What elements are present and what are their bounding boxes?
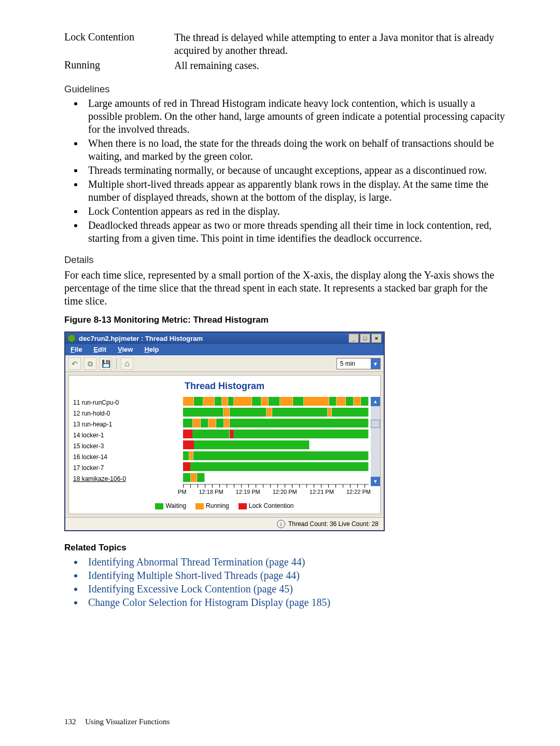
- definition-list: Lock Contention The thread is delayed wh…: [64, 31, 507, 74]
- thread-label: 12 run-hold-0: [73, 408, 183, 419]
- scroll-thumb[interactable]: [371, 420, 380, 428]
- maximize-button[interactable]: □: [360, 334, 370, 343]
- save-button[interactable]: 💾: [100, 357, 112, 370]
- info-icon: i: [277, 520, 285, 528]
- legend-label: Waiting: [165, 502, 186, 509]
- vertical-scrollbar[interactable]: ▲ ▼: [371, 397, 380, 486]
- thread-label: 17 locker-7: [73, 462, 183, 473]
- thread-row: [183, 408, 369, 417]
- thread-row: [183, 397, 369, 406]
- guidelines-list: Large amounts of red in Thread Histogram…: [64, 97, 507, 245]
- x-axis: PM 12:18 PM 12:19 PM 12:20 PM 12:21 PM 1…: [183, 484, 369, 497]
- chevron-down-icon: ▼: [371, 358, 380, 369]
- thread-row: [183, 419, 369, 427]
- figure-caption: Figure 8-13 Monitoring Metric: Thread Hi…: [64, 315, 507, 325]
- menu-help[interactable]: Help: [144, 346, 159, 353]
- related-link[interactable]: Identifying Multiple Short-lived Threads…: [88, 570, 300, 581]
- legend-swatch-lock: [239, 503, 247, 509]
- x-tick: PM: [178, 489, 187, 495]
- def-term: Lock Contention: [64, 31, 174, 59]
- thread-label[interactable]: 18 kamikaze-106-0: [73, 473, 183, 484]
- scroll-track[interactable]: [371, 406, 380, 477]
- details-paragraph: For each time slice, represented by a sm…: [64, 269, 507, 308]
- legend-swatch-waiting: [155, 503, 163, 509]
- window-title: dec7run2.hpjmeter : Thread Histogram: [79, 335, 203, 342]
- status-bar: i Thread Count: 36 Live Count: 28: [65, 517, 384, 530]
- chart-title: Thread Histogram: [69, 379, 380, 397]
- thread-row: [183, 462, 369, 471]
- app-icon: [67, 334, 76, 342]
- thread-label: 14 locker-1: [73, 430, 183, 440]
- histogram-chart: PM 12:18 PM 12:19 PM 12:20 PM 12:21 PM 1…: [183, 397, 380, 497]
- menu-view[interactable]: View: [118, 346, 133, 353]
- back-button[interactable]: ↶: [68, 357, 81, 370]
- list-item: Large amounts of red in Thread Histogram…: [84, 97, 507, 136]
- thread-label: 15 locker-3: [73, 440, 183, 451]
- copy-button[interactable]: ⧉: [84, 357, 96, 370]
- list-item: Lock Contention appears as red in the di…: [84, 205, 507, 218]
- chart-legend: Waiting Running Lock Contention: [69, 497, 380, 509]
- list-item: Multiple short-lived threads appear as a…: [84, 178, 507, 204]
- related-topics-heading: Related Topics: [64, 543, 507, 553]
- thread-row: [183, 440, 369, 449]
- status-text: Thread Count: 36 Live Count: 28: [288, 520, 379, 528]
- x-tick: 12:20 PM: [273, 489, 297, 495]
- legend-label: Running: [206, 502, 229, 509]
- x-tick: 12:18 PM: [199, 489, 223, 495]
- x-tick: 12:21 PM: [310, 489, 334, 495]
- thread-label: 13 run-heap-1: [73, 419, 183, 430]
- related-topics-list: Identifying Abnormal Thread Termination …: [64, 555, 507, 609]
- x-tick: 12:22 PM: [346, 489, 371, 495]
- def-desc: The thread is delayed while attempting t…: [174, 31, 507, 59]
- menu-file[interactable]: File: [71, 346, 82, 353]
- def-desc: All remaining cases.: [174, 59, 507, 74]
- thread-labels: 11 run-runCpu-0 12 run-hold-0 13 run-hea…: [69, 397, 183, 497]
- chart-panel: Thread Histogram 11 run-runCpu-0 12 run-…: [68, 375, 381, 514]
- footer-text: Using Visualizer Functions: [85, 717, 170, 726]
- thread-row: [183, 451, 369, 460]
- thread-row: [183, 473, 369, 482]
- toolbar: ↶ ⧉ 💾 ⌂ 5 min ▼: [65, 355, 384, 372]
- toolbar-separator: [116, 358, 117, 369]
- related-link[interactable]: Identifying Excessive Lock Contention (p…: [88, 583, 293, 595]
- window-titlebar[interactable]: dec7run2.hpjmeter : Thread Histogram _ □…: [65, 333, 384, 344]
- time-range-value: 5 min: [337, 359, 371, 368]
- page-footer: 132 Using Visualizer Functions: [64, 717, 170, 726]
- app-window: dec7run2.hpjmeter : Thread Histogram _ □…: [64, 331, 385, 531]
- time-range-select[interactable]: 5 min ▼: [337, 358, 381, 369]
- minimize-button[interactable]: _: [348, 334, 359, 343]
- scroll-up-icon[interactable]: ▲: [371, 397, 380, 406]
- legend-swatch-running: [195, 503, 204, 509]
- thread-label: 11 run-runCpu-0: [73, 397, 183, 408]
- list-item: Deadlocked threads appear as two or more…: [84, 219, 507, 245]
- close-button[interactable]: ×: [371, 334, 382, 343]
- x-tick: 12:19 PM: [236, 489, 260, 495]
- thread-label: 16 locker-14: [73, 451, 183, 462]
- related-link[interactable]: Identifying Abnormal Thread Termination …: [88, 556, 305, 568]
- menubar: File Edit View Help: [65, 344, 384, 355]
- related-link[interactable]: Change Color Selection for Histogram Dis…: [88, 597, 330, 608]
- page-number: 132: [64, 717, 76, 726]
- scroll-down-icon[interactable]: ▼: [371, 477, 380, 486]
- list-item: When there is no load, the state for the…: [84, 137, 507, 163]
- menu-edit[interactable]: Edit: [93, 346, 106, 353]
- def-term: Running: [64, 59, 174, 74]
- thread-row: [183, 430, 369, 438]
- guidelines-heading: Guidelines: [64, 84, 507, 95]
- details-heading: Details: [64, 254, 507, 266]
- home-button[interactable]: ⌂: [121, 357, 133, 370]
- list-item: Threads terminating normally, or because…: [84, 164, 507, 177]
- legend-label: Lock Contention: [249, 502, 294, 509]
